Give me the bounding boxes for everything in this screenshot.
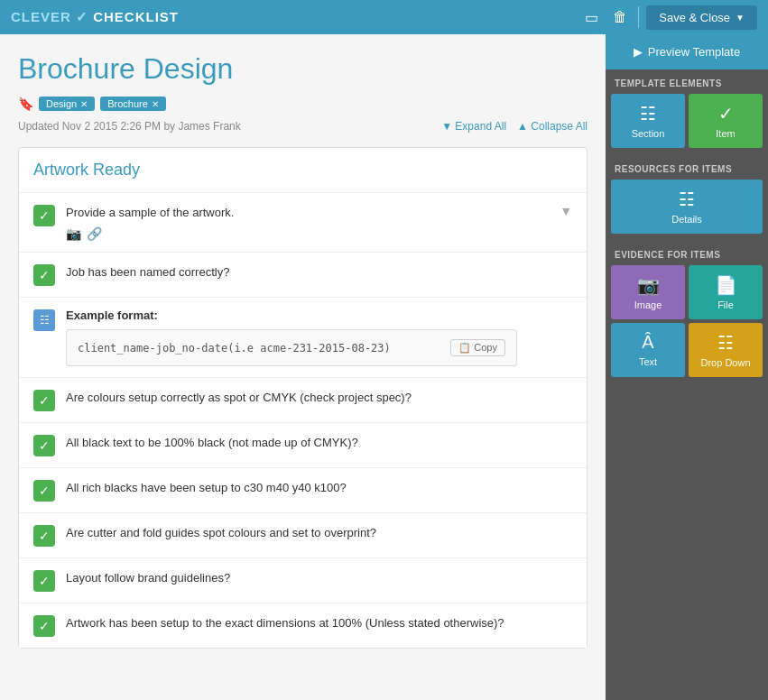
- dropdown-icon: ☷: [717, 332, 734, 354]
- list-item: ✓ Job has been named correctly?: [19, 253, 587, 298]
- tag-design-remove[interactable]: ✕: [80, 99, 88, 109]
- item-tile[interactable]: ✓ Item: [689, 94, 763, 148]
- list-item: ☷ Example format: client_name-job_no-dat…: [19, 298, 587, 378]
- save-close-arrow-icon: ▼: [736, 13, 745, 23]
- item-content: All rich blacks have been setup to c30 m…: [66, 479, 572, 496]
- item-content: Are colours setup correctly as spot or C…: [66, 389, 572, 406]
- duplicate-icon-btn[interactable]: ▭: [581, 5, 602, 30]
- preview-label: Preview Template: [648, 45, 740, 59]
- file-tile[interactable]: 📄 File: [689, 265, 763, 319]
- item-content: Example format: client_name-job_no-date(…: [66, 309, 572, 366]
- expand-all-btn[interactable]: ▼ Expand All: [441, 120, 506, 133]
- example-label: Example format:: [66, 309, 572, 322]
- resources-label: RESOURCES FOR ITEMS: [606, 155, 768, 180]
- copy-button[interactable]: 📋 Copy: [450, 339, 505, 356]
- expand-collapse-controls: ▼ Expand All ▲ Collapse All: [441, 120, 588, 133]
- right-sidebar: ▶ Preview Template TEMPLATE ELEMENTS ☷ S…: [606, 34, 768, 700]
- text-tile[interactable]: Â Text: [611, 323, 685, 377]
- evidence-grid: 📷 Image 📄 File Â Text ☷ Drop Down: [606, 265, 768, 384]
- resources-grid: ☷ Details: [606, 180, 768, 241]
- item-text: Artwork has been setup to the exact dime…: [66, 616, 504, 630]
- item-text: Provide a sample of the artwork.: [66, 206, 234, 219]
- tag-design[interactable]: Design ✕: [39, 97, 95, 111]
- header-divider: [638, 6, 639, 28]
- template-elements-label: TEMPLATE ELEMENTS: [606, 69, 768, 94]
- tag-brochure-remove[interactable]: ✕: [152, 99, 159, 109]
- list-item: ✓ All rich blacks have been setup to c30…: [19, 468, 587, 513]
- list-item: ✓ Layout follow brand guidelines?: [19, 558, 587, 603]
- item-text: Layout follow brand guidelines?: [66, 571, 230, 585]
- checkbox-checked[interactable]: ✓: [33, 435, 55, 456]
- image-icon: 📷: [637, 274, 660, 296]
- header: CLEVER ✓ CHECKLIST ▭ 🗑 Save & Close ▼: [0, 0, 768, 34]
- tags-row: 🔖 Design ✕ Brochure ✕: [18, 97, 588, 111]
- header-actions: ▭ 🗑 Save & Close ▼: [581, 5, 757, 30]
- meta-text: Updated Nov 2 2015 2:26 PM by James Fran…: [18, 120, 241, 133]
- tag-brochure-label: Brochure: [107, 98, 148, 109]
- item-text: Job has been named correctly?: [66, 265, 229, 279]
- link-icon[interactable]: 🔗: [87, 226, 102, 241]
- collapse-all-btn[interactable]: ▲ Collapse All: [517, 120, 588, 133]
- item-text: Are cutter and fold guides spot colours …: [66, 526, 376, 539]
- app-logo: CLEVER ✓ CHECKLIST: [11, 9, 179, 25]
- checkbox-checked[interactable]: ✓: [33, 205, 55, 226]
- evidence-label: EVIDENCE FOR ITEMS: [606, 241, 768, 265]
- item-text: All rich blacks have been setup to c30 m…: [66, 481, 347, 494]
- item-content: Layout follow brand guidelines?: [66, 569, 572, 586]
- dropdown-tile-label: Drop Down: [700, 357, 750, 368]
- item-tile-label: Item: [716, 128, 735, 139]
- checklist-section-artwork: Artwork Ready ✓ Provide a sample of the …: [18, 147, 588, 649]
- main-layout: Brochure Design 🔖 Design ✕ Brochure ✕ Up…: [0, 34, 768, 700]
- text-icon: Â: [642, 332, 653, 353]
- item-expand-icon[interactable]: ▼: [560, 204, 572, 218]
- details-icon: ☷: [679, 189, 695, 210]
- item-text: Are colours setup correctly as spot or C…: [66, 391, 412, 404]
- item-content: Are cutter and fold guides spot colours …: [66, 524, 572, 541]
- dropdown-tile[interactable]: ☷ Drop Down: [689, 323, 763, 377]
- save-close-label: Save & Close: [659, 11, 730, 24]
- tag-icon: 🔖: [18, 97, 33, 111]
- section-tile-label: Section: [632, 128, 665, 139]
- code-box: client_name-job_no-date(i.e acme-231-201…: [66, 329, 517, 366]
- details-tile[interactable]: ☷ Details: [611, 180, 763, 234]
- meta-row: Updated Nov 2 2015 2:26 PM by James Fran…: [18, 120, 588, 133]
- checkbox-checked[interactable]: ✓: [33, 480, 55, 502]
- example-icon: ☷: [33, 309, 55, 331]
- file-icon: 📄: [715, 274, 737, 296]
- preview-icon: ▶: [634, 45, 643, 59]
- list-item: ✓ All black text to be 100% black (not m…: [19, 423, 587, 468]
- checkbox-checked[interactable]: ✓: [33, 570, 55, 592]
- preview-template-button[interactable]: ▶ Preview Template: [606, 34, 768, 69]
- item-text: All black text to be 100% black (not mad…: [66, 436, 358, 449]
- code-text: client_name-job_no-date(i.e acme-231-201…: [78, 342, 391, 355]
- text-tile-label: Text: [639, 356, 657, 367]
- section-icon: ☷: [640, 103, 656, 124]
- section-tile[interactable]: ☷ Section: [611, 94, 685, 148]
- checkbox-checked[interactable]: ✓: [33, 615, 55, 637]
- list-item: ✓ Are cutter and fold guides spot colour…: [19, 513, 587, 558]
- save-close-button[interactable]: Save & Close ▼: [646, 5, 757, 30]
- image-tile[interactable]: 📷 Image: [611, 265, 685, 319]
- details-tile-label: Details: [671, 214, 702, 225]
- item-content: Artwork has been setup to the exact dime…: [66, 614, 572, 631]
- list-item: ✓ Are colours setup correctly as spot or…: [19, 378, 587, 423]
- item-content: Job has been named correctly?: [66, 263, 572, 281]
- page-title: Brochure Design: [18, 52, 588, 86]
- tag-brochure[interactable]: Brochure ✕: [100, 97, 166, 111]
- item-icons: 📷 🔗: [66, 226, 552, 241]
- trash-icon-btn[interactable]: 🗑: [609, 5, 631, 29]
- template-elements-grid: ☷ Section ✓ Item: [606, 94, 768, 155]
- image-icon[interactable]: 📷: [66, 226, 81, 241]
- list-item: ✓ Artwork has been setup to the exact di…: [19, 603, 587, 648]
- tag-design-label: Design: [46, 98, 77, 109]
- content-area: Brochure Design 🔖 Design ✕ Brochure ✕ Up…: [0, 34, 606, 700]
- checkbox-checked[interactable]: ✓: [33, 525, 55, 547]
- list-item: ✓ Provide a sample of the artwork. 📷 🔗 ▼: [19, 193, 587, 253]
- item-content: All black text to be 100% black (not mad…: [66, 434, 572, 451]
- image-tile-label: Image: [634, 299, 662, 310]
- checkbox-checked[interactable]: ✓: [33, 390, 55, 411]
- item-icon: ✓: [718, 103, 734, 124]
- section-title: Artwork Ready: [19, 148, 587, 193]
- checkbox-checked[interactable]: ✓: [33, 264, 55, 286]
- file-tile-label: File: [717, 299, 734, 310]
